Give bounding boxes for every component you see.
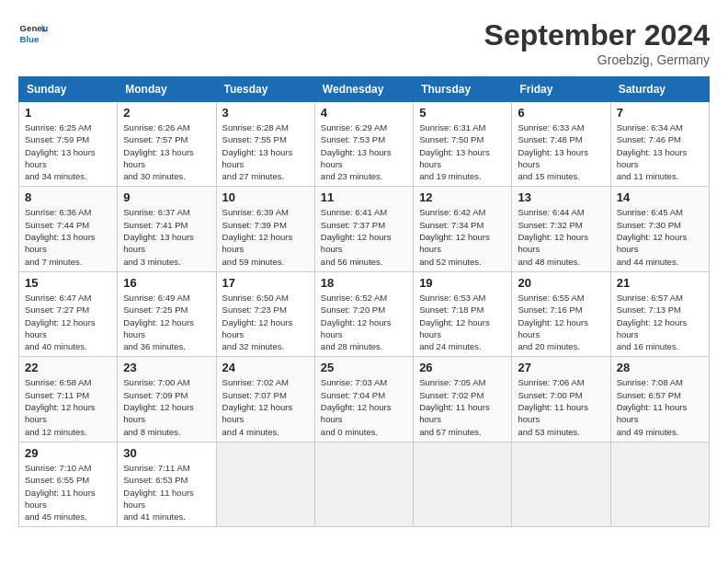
calendar-week-row: 15 Sunrise: 6:47 AMSunset: 7:27 PMDaylig…	[19, 271, 710, 356]
calendar-cell: 1 Sunrise: 6:25 AMSunset: 7:59 PMDayligh…	[19, 102, 118, 187]
day-content: Sunrise: 6:37 AMSunset: 7:41 PMDaylight:…	[123, 206, 210, 267]
day-content: Sunrise: 6:58 AMSunset: 7:11 PMDaylight:…	[25, 376, 111, 437]
calendar-cell: 25 Sunrise: 7:03 AMSunset: 7:04 PMDaylig…	[314, 357, 413, 442]
col-friday: Friday	[512, 77, 610, 102]
day-number: 5	[419, 106, 506, 120]
calendar-week-row: 1 Sunrise: 6:25 AMSunset: 7:59 PMDayligh…	[19, 102, 710, 187]
day-content: Sunrise: 6:36 AMSunset: 7:44 PMDaylight:…	[25, 206, 111, 267]
day-number: 17	[222, 276, 309, 290]
day-content: Sunrise: 6:57 AMSunset: 7:13 PMDaylight:…	[617, 292, 703, 352]
calendar-cell: 3 Sunrise: 6:28 AMSunset: 7:55 PMDayligh…	[216, 102, 314, 187]
col-monday: Monday	[118, 77, 216, 102]
day-content: Sunrise: 6:29 AMSunset: 7:53 PMDaylight:…	[321, 121, 407, 182]
calendar-cell: 29 Sunrise: 7:10 AMSunset: 6:55 PMDaylig…	[19, 442, 118, 526]
calendar-cell: 28 Sunrise: 7:08 AMSunset: 6:57 PMDaylig…	[610, 357, 709, 442]
day-number: 6	[518, 106, 604, 120]
day-content: Sunrise: 7:03 AMSunset: 7:04 PMDaylight:…	[321, 376, 407, 437]
col-sunday: Sunday	[19, 77, 118, 102]
calendar-cell: 11 Sunrise: 6:41 AMSunset: 7:37 PMDaylig…	[314, 187, 413, 271]
calendar-cell: 19 Sunrise: 6:53 AMSunset: 7:18 PMDaylig…	[414, 271, 512, 356]
month-year: September 2024	[484, 18, 710, 52]
day-number: 20	[518, 276, 604, 290]
day-content: Sunrise: 6:45 AMSunset: 7:30 PMDaylight:…	[617, 206, 703, 267]
day-number: 15	[25, 276, 111, 290]
day-number: 14	[617, 190, 703, 204]
calendar-cell	[414, 442, 512, 526]
calendar-cell: 24 Sunrise: 7:02 AMSunset: 7:07 PMDaylig…	[216, 357, 314, 442]
calendar-cell	[512, 442, 610, 526]
calendar-cell: 12 Sunrise: 6:42 AMSunset: 7:34 PMDaylig…	[414, 187, 512, 271]
day-content: Sunrise: 6:31 AMSunset: 7:50 PMDaylight:…	[419, 121, 506, 182]
day-number: 11	[321, 190, 407, 204]
day-number: 16	[123, 276, 210, 290]
calendar-cell: 21 Sunrise: 6:57 AMSunset: 7:13 PMDaylig…	[610, 271, 709, 356]
day-content: Sunrise: 6:26 AMSunset: 7:57 PMDaylight:…	[123, 121, 210, 182]
calendar-header-row: Sunday Monday Tuesday Wednesday Thursday…	[19, 77, 710, 102]
day-content: Sunrise: 6:44 AMSunset: 7:32 PMDaylight:…	[518, 206, 604, 267]
calendar-cell: 2 Sunrise: 6:26 AMSunset: 7:57 PMDayligh…	[118, 102, 216, 187]
day-content: Sunrise: 6:47 AMSunset: 7:27 PMDaylight:…	[25, 292, 111, 352]
calendar-cell: 16 Sunrise: 6:49 AMSunset: 7:25 PMDaylig…	[118, 271, 216, 356]
svg-text:Blue: Blue	[20, 34, 40, 44]
day-number: 30	[123, 446, 210, 460]
day-number: 24	[222, 361, 309, 374]
calendar-cell: 30 Sunrise: 7:11 AMSunset: 6:53 PMDaylig…	[118, 442, 216, 526]
day-content: Sunrise: 7:00 AMSunset: 7:09 PMDaylight:…	[123, 376, 210, 437]
day-number: 22	[25, 361, 111, 374]
day-number: 2	[123, 106, 210, 120]
logo: General Blue	[18, 18, 48, 48]
calendar-cell: 14 Sunrise: 6:45 AMSunset: 7:30 PMDaylig…	[610, 187, 709, 271]
day-number: 29	[25, 446, 111, 460]
calendar-cell	[610, 442, 709, 526]
day-content: Sunrise: 7:10 AMSunset: 6:55 PMDaylight:…	[25, 462, 111, 523]
calendar-cell: 9 Sunrise: 6:37 AMSunset: 7:41 PMDayligh…	[118, 187, 216, 271]
day-content: Sunrise: 7:11 AMSunset: 6:53 PMDaylight:…	[123, 462, 210, 523]
calendar-week-row: 8 Sunrise: 6:36 AMSunset: 7:44 PMDayligh…	[19, 187, 710, 271]
day-number: 28	[617, 361, 703, 374]
day-content: Sunrise: 6:42 AMSunset: 7:34 PMDaylight:…	[419, 206, 506, 267]
day-content: Sunrise: 7:06 AMSunset: 7:00 PMDaylight:…	[518, 376, 604, 437]
calendar-cell: 26 Sunrise: 7:05 AMSunset: 7:02 PMDaylig…	[414, 357, 512, 442]
day-number: 27	[518, 361, 604, 374]
day-content: Sunrise: 7:05 AMSunset: 7:02 PMDaylight:…	[419, 376, 506, 437]
location: Groebzig, Germany	[484, 52, 710, 67]
day-content: Sunrise: 6:41 AMSunset: 7:37 PMDaylight:…	[321, 206, 407, 267]
day-number: 9	[123, 190, 210, 204]
day-number: 18	[321, 276, 407, 290]
day-content: Sunrise: 6:52 AMSunset: 7:20 PMDaylight:…	[321, 292, 407, 352]
day-content: Sunrise: 6:50 AMSunset: 7:23 PMDaylight:…	[222, 292, 309, 352]
day-number: 7	[617, 106, 703, 120]
day-content: Sunrise: 6:34 AMSunset: 7:46 PMDaylight:…	[617, 121, 703, 182]
day-content: Sunrise: 6:49 AMSunset: 7:25 PMDaylight:…	[123, 292, 210, 352]
day-content: Sunrise: 7:08 AMSunset: 6:57 PMDaylight:…	[617, 376, 703, 437]
day-number: 12	[419, 190, 506, 204]
calendar-body: 1 Sunrise: 6:25 AMSunset: 7:59 PMDayligh…	[19, 102, 710, 527]
day-content: Sunrise: 7:02 AMSunset: 7:07 PMDaylight:…	[222, 376, 309, 437]
col-tuesday: Tuesday	[216, 77, 314, 102]
day-number: 13	[518, 190, 604, 204]
calendar-cell	[216, 442, 314, 526]
calendar-cell: 15 Sunrise: 6:47 AMSunset: 7:27 PMDaylig…	[19, 271, 118, 356]
day-number: 3	[222, 106, 309, 120]
calendar-cell: 13 Sunrise: 6:44 AMSunset: 7:32 PMDaylig…	[512, 187, 610, 271]
calendar-cell: 8 Sunrise: 6:36 AMSunset: 7:44 PMDayligh…	[19, 187, 118, 271]
day-content: Sunrise: 6:55 AMSunset: 7:16 PMDaylight:…	[518, 292, 604, 352]
calendar-cell: 20 Sunrise: 6:55 AMSunset: 7:16 PMDaylig…	[512, 271, 610, 356]
logo-icon: General Blue	[18, 18, 48, 48]
day-number: 23	[123, 361, 210, 374]
calendar-cell: 17 Sunrise: 6:50 AMSunset: 7:23 PMDaylig…	[216, 271, 314, 356]
day-content: Sunrise: 6:33 AMSunset: 7:48 PMDaylight:…	[518, 121, 604, 182]
calendar-cell	[314, 442, 413, 526]
calendar-cell: 6 Sunrise: 6:33 AMSunset: 7:48 PMDayligh…	[512, 102, 610, 187]
day-number: 26	[419, 361, 506, 374]
col-saturday: Saturday	[610, 77, 709, 102]
title-area: September 2024 Groebzig, Germany	[484, 18, 710, 67]
calendar-cell: 5 Sunrise: 6:31 AMSunset: 7:50 PMDayligh…	[414, 102, 512, 187]
calendar-cell: 4 Sunrise: 6:29 AMSunset: 7:53 PMDayligh…	[314, 102, 413, 187]
calendar-cell: 23 Sunrise: 7:00 AMSunset: 7:09 PMDaylig…	[118, 357, 216, 442]
col-wednesday: Wednesday	[314, 77, 413, 102]
day-number: 8	[25, 190, 111, 204]
day-content: Sunrise: 6:28 AMSunset: 7:55 PMDaylight:…	[222, 121, 309, 182]
calendar-cell: 7 Sunrise: 6:34 AMSunset: 7:46 PMDayligh…	[610, 102, 709, 187]
col-thursday: Thursday	[414, 77, 512, 102]
